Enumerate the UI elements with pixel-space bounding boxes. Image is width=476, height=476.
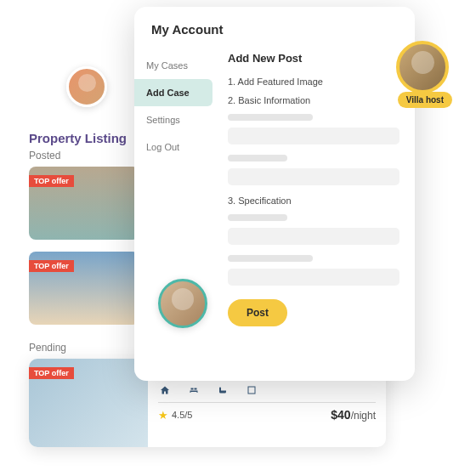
sidebar-item-log-out[interactable]: Log Out — [134, 133, 212, 161]
step-label: 2. Basic Information — [228, 95, 400, 105]
modal-sidebar: My Cases Add Case Settings Log Out — [134, 47, 212, 378]
section-title: Property Listing — [29, 131, 127, 145]
text-input[interactable] — [228, 128, 400, 144]
post-button[interactable]: Post — [228, 299, 287, 326]
status-label-posted: Posted — [29, 150, 60, 162]
step-label: 1. Add Featured Image — [228, 76, 400, 87]
house-icon — [158, 385, 172, 395]
top-offer-badge: TOP offer — [29, 367, 74, 379]
bed-icon — [187, 385, 201, 395]
status-label-pending: Pending — [29, 342, 66, 354]
svg-rect-0 — [248, 387, 255, 394]
field-label-placeholder — [228, 255, 313, 262]
area-icon — [245, 385, 258, 395]
amenity-icons — [158, 385, 376, 395]
field-label-placeholder — [228, 114, 313, 121]
bath-icon — [216, 385, 230, 395]
text-input[interactable] — [228, 168, 400, 185]
host-badge: Villa host — [398, 92, 452, 108]
modal-title: My Account — [134, 7, 415, 47]
field-label-placeholder — [228, 155, 287, 162]
form-title: Add New Post — [228, 52, 400, 65]
avatar — [66, 66, 107, 107]
property-card[interactable]: TOP offer — [29, 252, 139, 325]
text-input[interactable] — [228, 269, 400, 286]
step-label: 3. Specification — [228, 196, 400, 206]
text-input[interactable] — [228, 228, 400, 245]
price: $40/night — [331, 408, 376, 422]
property-card[interactable]: TOP offer — [29, 167, 139, 240]
host-avatar[interactable] — [396, 41, 449, 94]
sidebar-item-my-cases[interactable]: My Cases — [134, 52, 212, 79]
rating-value: 4.5/5 — [172, 410, 192, 420]
sidebar-item-add-case[interactable]: Add Case — [134, 79, 212, 106]
top-offer-badge: TOP offer — [29, 260, 74, 272]
rating: ★ 4.5/5 — [158, 409, 192, 422]
top-offer-badge: TOP offer — [29, 175, 74, 187]
property-image: TOP offer — [29, 359, 148, 447]
sidebar-item-settings[interactable]: Settings — [134, 106, 212, 133]
modal-main: Add New Post 1. Add Featured Image 2. Ba… — [212, 47, 415, 378]
star-icon: ★ — [158, 409, 168, 422]
field-label-placeholder — [228, 214, 287, 221]
avatar — [158, 279, 207, 328]
